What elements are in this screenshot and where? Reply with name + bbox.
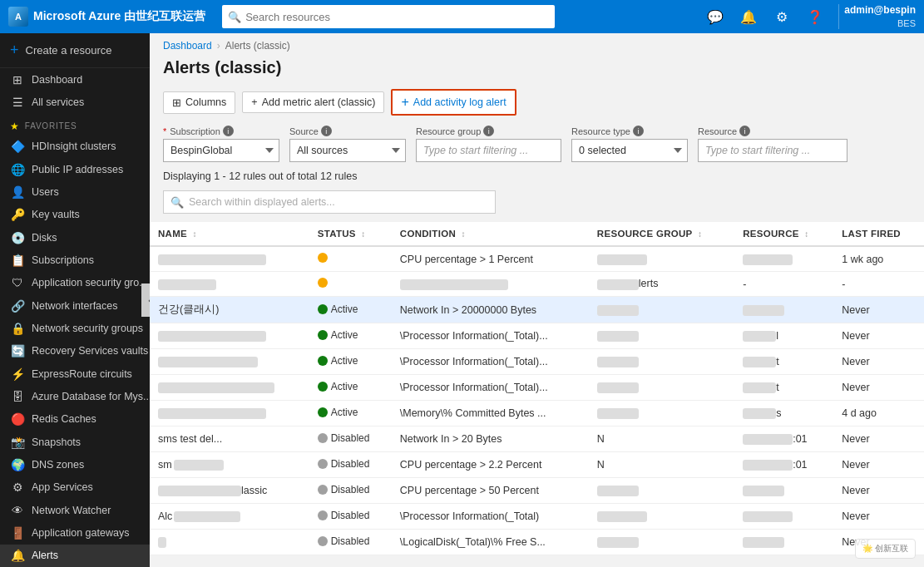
settings-button[interactable]: ⚙ [768, 3, 795, 30]
table-row[interactable]: lerts - - [150, 272, 924, 297]
sidebar-item-users[interactable]: 👤 Users [0, 180, 150, 203]
sidebar-collapse-button[interactable]: ‹ [141, 284, 150, 317]
create-resource-item[interactable]: + Create a resource [0, 33, 150, 68]
sidebar-item-network-watcher[interactable]: 👁 Network Watcher [0, 499, 150, 521]
sidebar-item-snapshots[interactable]: 📸 Snapshots [0, 431, 150, 453]
table-row[interactable]: sm Disabled CPU percentage > 2.2 Percent… [150, 452, 924, 478]
sidebar-item-app-services[interactable]: ⚙ App Services [0, 476, 150, 499]
table-row[interactable]: Disabled \LogicalDisk(_Total)\% Free S..… [150, 530, 924, 555]
global-search[interactable]: 🔍 [222, 5, 555, 28]
sidebar-item-app-security[interactable]: 🛡 Application security gro... [0, 272, 150, 294]
sidebar-alerts-label: Alerts [32, 550, 58, 561]
source-info-icon[interactable]: i [321, 126, 332, 136]
table-row[interactable]: sms test del... Disabled Network In > 20… [150, 426, 924, 452]
row-last-fired: Never [833, 478, 924, 504]
row-status: Disabled [309, 530, 392, 555]
sidebar-item-redis[interactable]: 🔴 Redis Caches [0, 408, 150, 431]
key-vaults-icon: 🔑 [10, 207, 25, 222]
row-status: Disabled [309, 478, 392, 504]
sidebar-item-azure-db[interactable]: 🗄 Azure Database for Mys... [0, 385, 150, 407]
row-status: Active [309, 349, 392, 375]
table-row[interactable]: Active \Processor Information(_Total)...… [150, 323, 924, 349]
resource-sort-icon: ↕ [804, 229, 808, 239]
row-resource [734, 246, 833, 272]
dashboard-icon: ⊞ [10, 72, 25, 87]
col-resource-group[interactable]: RESOURCE GROUP ↕ [589, 222, 734, 246]
resource-type-select[interactable]: 0 selected [571, 139, 688, 162]
plus-icon: + [10, 42, 19, 59]
table-row[interactable]: Active \Processor Information(_Total)...… [150, 375, 924, 401]
col-status[interactable]: STATUS ↕ [309, 222, 392, 246]
row-name: lassic [150, 478, 309, 504]
col-last-fired[interactable]: LAST FIRED [833, 222, 924, 246]
sidebar-item-public-ip[interactable]: 🌐 Public IP addresses [0, 158, 150, 180]
sidebar-item-disks[interactable]: 💿 Disks [0, 226, 150, 249]
sidebar-item-subscriptions[interactable]: 📋 Subscriptions [0, 249, 150, 271]
add-metric-label: Add metric alert (classic) [262, 96, 376, 108]
sidebar-item-alerts[interactable]: 🔔 Alerts [0, 545, 150, 567]
sidebar-snapshots-label: Snapshots [32, 436, 81, 448]
sidebar-item-dns[interactable]: 🌍 DNS zones [0, 453, 150, 476]
resource-type-filter: Resource type i 0 selected [571, 126, 688, 162]
sidebar-item-network-interfaces[interactable]: 🔗 Network interfaces [0, 294, 150, 317]
status-dot-active3 [318, 356, 328, 366]
disks-icon: 💿 [10, 230, 25, 245]
sidebar-item-recovery[interactable]: 🔄 Recovery Services vaults [0, 340, 150, 362]
source-filter: Source i All sources [289, 126, 406, 162]
resource-type-info-icon[interactable]: i [633, 126, 644, 136]
resource-info-icon[interactable]: i [739, 126, 750, 136]
user-info[interactable]: admin@bespin BES [838, 4, 916, 29]
resource-group-info-icon[interactable]: i [483, 126, 494, 136]
resource-input[interactable] [698, 139, 847, 162]
status-sort-icon: ↕ [361, 229, 365, 239]
sidebar-item-dashboard[interactable]: ⊞ Dashboard [0, 68, 150, 91]
add-activity-button[interactable]: + Add activity log alert [391, 89, 516, 116]
row-rg [589, 323, 734, 349]
table-search-input[interactable] [189, 196, 488, 208]
breadcrumb-separator: › [217, 40, 220, 52]
row-resource: - [734, 272, 833, 297]
table-row[interactable]: CPU percentage > 1 Percent 1 wk ago [150, 246, 924, 272]
row-resource: l [734, 323, 833, 349]
table-row[interactable]: lassic Disabled CPU percentage > 50 Perc… [150, 478, 924, 504]
subscriptions-icon: 📋 [10, 253, 25, 268]
add-metric-button[interactable]: + Add metric alert (classic) [242, 91, 384, 113]
row-resource [734, 530, 833, 555]
table-header-row: NAME ↕ STATUS ↕ CONDITION ↕ RESOURCE GRO… [150, 222, 924, 246]
app-services-icon: ⚙ [10, 480, 25, 495]
table-search-inner: 🔍 [163, 190, 496, 214]
subscription-select[interactable]: BespinGlobal [163, 139, 279, 162]
sidebar-item-all-services[interactable]: ☰ All services [0, 91, 150, 113]
network-security-icon: 🔒 [10, 321, 25, 336]
breadcrumb-dashboard[interactable]: Dashboard [163, 40, 212, 52]
row-last-fired: Never [833, 452, 924, 478]
col-resource[interactable]: RESOURCE ↕ [734, 222, 833, 246]
sidebar-item-network-security[interactable]: 🔒 Network security groups [0, 317, 150, 339]
search-input[interactable] [222, 5, 555, 28]
sidebar-item-hdinsight[interactable]: 🔷 HDInsight clusters [0, 136, 150, 158]
col-condition[interactable]: CONDITION ↕ [392, 222, 589, 246]
row-last-fired: 4 d ago [833, 401, 924, 426]
row-last-fired: Never [833, 297, 924, 323]
source-select[interactable]: All sources [289, 139, 406, 162]
col-name[interactable]: NAME ↕ [150, 222, 309, 246]
sidebar-users-label: Users [32, 186, 59, 198]
source-label: Source i [289, 126, 406, 136]
sidebar-item-expressroute[interactable]: ⚡ ExpressRoute circuits [0, 362, 150, 385]
status-dot-warning [318, 253, 328, 263]
subscription-info-icon[interactable]: i [223, 126, 234, 136]
row-resource [734, 297, 833, 323]
sidebar-expressroute-label: ExpressRoute circuits [32, 368, 132, 380]
help-button[interactable]: ❓ [802, 3, 828, 30]
sidebar-item-key-vaults[interactable]: 🔑 Key vaults [0, 204, 150, 226]
row-name: 건강(클래시) [150, 297, 309, 323]
columns-button[interactable]: ⊞ Columns [163, 91, 235, 114]
resource-group-input[interactable] [416, 139, 561, 162]
feedback-button[interactable]: 💬 [702, 3, 729, 30]
sidebar-item-app-gateways[interactable]: 🚪 Application gateways [0, 521, 150, 544]
table-row[interactable]: Active \Memory\% Committed Bytes ... s 4… [150, 401, 924, 426]
notification-button[interactable]: 🔔 [735, 3, 762, 30]
table-row[interactable]: Active \Processor Information(_Total)...… [150, 349, 924, 375]
table-row[interactable]: Alc Disabled \Processor Information(_Tot… [150, 504, 924, 530]
table-row[interactable]: 건강(클래시) Active Network In > 20000000 Byt… [150, 297, 924, 323]
